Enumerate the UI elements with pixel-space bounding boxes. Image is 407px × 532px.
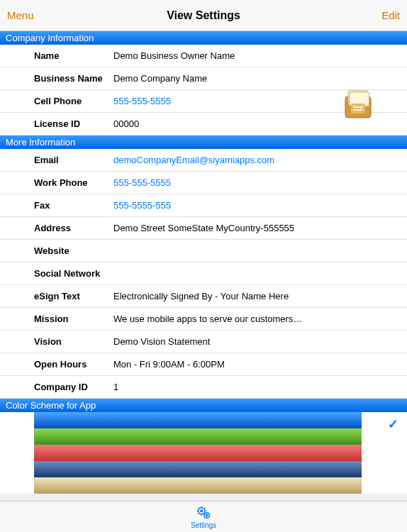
svg-rect-4 — [353, 106, 363, 108]
companyid-label: Company ID — [34, 382, 113, 392]
content: Company Information Name Demo Business O… — [0, 31, 407, 501]
mission-label: Mission — [34, 314, 113, 324]
license-label: License ID — [34, 118, 113, 129]
workphone-value[interactable]: 555-555-5555 — [113, 177, 171, 188]
address-label: Address — [34, 223, 113, 233]
social-label: Social Network — [34, 268, 113, 279]
folder-icon — [341, 88, 375, 122]
website-label: Website — [34, 245, 113, 256]
color-scheme-list: ✓ — [0, 412, 407, 494]
tab-settings-label: Settings — [191, 521, 216, 529]
row-address: Address Demo Street SomeState MyCountry-… — [0, 217, 407, 240]
row-email: Email demoCompanyEmail@siyamiapps.com — [0, 149, 407, 172]
esign-label: eSign Text — [34, 291, 113, 301]
row-business-name: Business Name Demo Company Name — [0, 67, 407, 90]
nav-bar: Menu View Settings Edit — [0, 0, 407, 31]
row-website: Website — [0, 240, 407, 262]
fax-label: Fax — [34, 200, 113, 211]
tab-bar: Settings — [0, 501, 407, 532]
email-label: Email — [34, 155, 113, 165]
svg-rect-5 — [353, 109, 363, 111]
color-swatch-green[interactable] — [34, 428, 362, 445]
hours-label: Open Hours — [34, 359, 113, 370]
mission-value: We use mobile apps to serve our customer… — [113, 314, 302, 324]
svg-point-9 — [206, 514, 207, 516]
cell-value[interactable]: 555-555-5555 — [113, 96, 171, 106]
fax-value[interactable]: 555-5555-555 — [113, 200, 171, 211]
vision-value: Demo Vision Statement — [113, 336, 210, 347]
gear-icon — [196, 505, 211, 521]
workphone-label: Work Phone — [34, 177, 113, 188]
hours-value: Mon - Fri 9:00AM - 6:00PM — [113, 359, 225, 370]
cell-label: Cell Phone — [34, 96, 113, 106]
name-label: Name — [34, 50, 113, 61]
color-swatch-gold[interactable] — [34, 477, 362, 494]
menu-button[interactable]: Menu — [7, 9, 34, 21]
color-swatch-blue[interactable] — [34, 412, 362, 428]
companyid-value: 1 — [113, 382, 118, 392]
color-swatch-navy[interactable] — [34, 461, 362, 477]
email-value[interactable]: demoCompanyEmail@siyamiapps.com — [113, 155, 274, 165]
row-open-hours: Open Hours Mon - Fri 9:00AM - 6:00PM — [0, 353, 407, 376]
row-fax: Fax 555-5555-555 — [0, 194, 407, 217]
section-company-info: Company Information — [0, 31, 407, 45]
tab-settings[interactable]: Settings — [191, 505, 216, 529]
business-value: Demo Company Name — [113, 73, 207, 84]
svg-point-7 — [201, 509, 203, 511]
row-esign-text: eSign Text Electronically Signed By - Yo… — [0, 285, 407, 308]
page-title: View Settings — [167, 9, 240, 22]
section-more-info: More Information — [0, 135, 407, 149]
business-label: Business Name — [34, 73, 113, 84]
checkmark-icon: ✓ — [388, 416, 398, 432]
color-swatch-red[interactable] — [34, 445, 362, 461]
row-mission: Mission We use mobile apps to serve our … — [0, 308, 407, 331]
edit-button[interactable]: Edit — [381, 9, 400, 21]
license-value: 00000 — [113, 118, 139, 129]
esign-value: Electronically Signed By - Your Name Her… — [113, 291, 289, 301]
row-work-phone: Work Phone 555-555-5555 — [0, 172, 407, 194]
row-company-id: Company ID 1 — [0, 376, 407, 399]
address-value: Demo Street SomeState MyCountry-555555 — [113, 223, 294, 233]
svg-rect-3 — [351, 104, 365, 113]
row-name: Name Demo Business Owner Name — [0, 45, 407, 67]
row-vision: Vision Demo Vision Statement — [0, 331, 407, 353]
name-value: Demo Business Owner Name — [113, 50, 235, 61]
row-social-network: Social Network — [0, 262, 407, 285]
vision-label: Vision — [34, 336, 113, 347]
section-color-scheme: Color Scheme for App — [0, 399, 407, 412]
